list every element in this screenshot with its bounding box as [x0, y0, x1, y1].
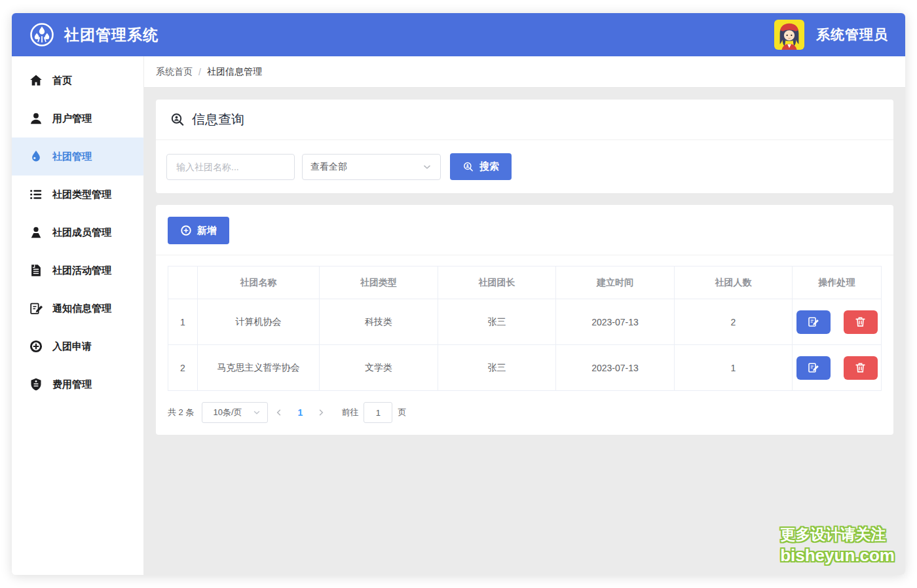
table-body: 1 计算机协会 科技类 张三 2023-07-13 2 [168, 299, 882, 391]
edit-button[interactable] [796, 310, 831, 334]
list-toolbar: 新增 [156, 205, 893, 255]
drop-icon [29, 149, 43, 164]
add-circle-plus-icon [180, 225, 192, 236]
next-page-button[interactable] [310, 402, 332, 423]
list-icon [29, 187, 43, 202]
club-type-select-value: 查看全部 [310, 161, 347, 173]
chevron-down-icon [252, 408, 261, 417]
user-icon [29, 111, 43, 126]
sidebar-item-notices[interactable]: 通知信息管理 [12, 289, 143, 327]
delete-button[interactable] [844, 310, 878, 334]
page-number-1[interactable]: 1 [290, 407, 310, 418]
cell-index: 2 [168, 345, 198, 391]
edit-icon [807, 316, 819, 328]
query-panel-header: 信息查询 [156, 100, 893, 140]
chevron-down-icon [422, 162, 432, 172]
search-row: 查看全部 [156, 140, 893, 193]
sidebar-item-label: 社团类型管理 [52, 189, 111, 201]
col-index [168, 266, 198, 299]
sidebar-item-club-activities[interactable]: 社团活动管理 [12, 251, 143, 289]
notice-edit-icon [29, 301, 43, 316]
table-row: 2 马克思主义哲学协会 文学类 张三 2023-07-13 1 [168, 345, 882, 391]
club-type-select[interactable]: 查看全部 [302, 154, 441, 180]
delete-button[interactable] [844, 356, 878, 380]
table-header-row: 社团名称 社团类型 社团团长 建立时间 社团人数 操作处理 [168, 266, 882, 299]
sidebar-item-label: 社团成员管理 [52, 227, 111, 239]
search-person-icon [170, 112, 185, 128]
search-button-label: 搜索 [479, 160, 499, 173]
goto-page-input[interactable] [364, 402, 392, 423]
sidebar-item-club-members[interactable]: 社团成员管理 [12, 213, 143, 251]
page-size-value: 10条/页 [213, 407, 242, 418]
breadcrumb: 系统首页 / 社团信息管理 [144, 56, 905, 88]
pagination: 共 2 条 10条/页 1 [168, 402, 882, 423]
member-icon [29, 225, 43, 240]
goto-page: 前往 页 [341, 402, 406, 423]
col-club-leader: 社团团长 [438, 266, 556, 299]
cell-created-date: 2023-07-13 [556, 299, 675, 345]
breadcrumb-home[interactable]: 系统首页 [156, 66, 193, 78]
sidebar-item-label: 通知信息管理 [52, 303, 111, 315]
sidebar-item-fees[interactable]: 费用管理 [12, 365, 143, 403]
trash-icon [854, 316, 867, 328]
cell-club-type: 文学类 [320, 345, 438, 391]
breadcrumb-current: 社团信息管理 [207, 66, 262, 78]
col-club-name: 社团名称 [198, 266, 320, 299]
home-icon [29, 73, 43, 88]
query-panel-title: 信息查询 [192, 111, 244, 128]
cell-actions [793, 345, 882, 391]
cell-club-leader: 张三 [438, 299, 556, 345]
screenshot-stage: 社团管理系统 系统管理员 [0, 0, 917, 588]
table-row: 1 计算机协会 科技类 张三 2023-07-13 2 [168, 299, 882, 345]
breadcrumb-separator: / [198, 67, 201, 77]
cell-member-count: 1 [675, 345, 793, 391]
sidebar: 首页 用户管理 社团管理 [12, 56, 144, 575]
col-created-date: 建立时间 [556, 266, 675, 299]
clubs-table: 社团名称 社团类型 社团团长 建立时间 社团人数 操作处理 1 计算机协 [168, 266, 882, 391]
add-button[interactable]: 新增 [168, 217, 229, 244]
add-button-label: 新增 [197, 225, 217, 237]
cell-created-date: 2023-07-13 [556, 345, 675, 391]
content-scroll: 信息查询 查看全部 [144, 88, 905, 575]
club-name-input[interactable] [166, 154, 295, 180]
col-actions: 操作处理 [793, 266, 882, 299]
user-name: 系统管理员 [816, 26, 888, 44]
app-window: 社团管理系统 系统管理员 [12, 13, 905, 575]
sidebar-item-home[interactable]: 首页 [12, 62, 143, 100]
cell-member-count: 2 [675, 299, 793, 345]
trash-icon [854, 361, 867, 374]
search-icon [462, 161, 474, 173]
col-club-type: 社团类型 [320, 266, 438, 299]
sidebar-item-label: 社团活动管理 [52, 265, 111, 277]
sidebar-item-join-requests[interactable]: 入团申请 [12, 327, 143, 365]
goto-label: 前往 [341, 407, 358, 418]
sidebar-item-label: 入团申请 [52, 340, 92, 353]
edit-icon [807, 361, 819, 374]
cell-club-name: 计算机协会 [198, 299, 320, 345]
header-user-area: 系统管理员 [774, 20, 888, 50]
sidebar-item-label: 首页 [52, 75, 72, 87]
user-avatar[interactable] [774, 20, 804, 50]
col-member-count: 社团人数 [675, 266, 793, 299]
sidebar-item-clubs[interactable]: 社团管理 [12, 138, 143, 175]
sidebar-item-label: 用户管理 [52, 113, 92, 125]
cell-index: 1 [168, 299, 198, 345]
cell-club-name: 马克思主义哲学协会 [198, 345, 320, 391]
search-button[interactable]: 搜索 [450, 153, 512, 180]
cell-club-type: 科技类 [320, 299, 438, 345]
page-size-select[interactable]: 10条/页 [202, 402, 268, 423]
shield-icon [29, 377, 43, 392]
cell-actions [793, 299, 882, 345]
circle-plus-icon [29, 339, 43, 354]
page-unit-label: 页 [398, 407, 406, 418]
edit-button[interactable] [796, 356, 831, 380]
main-content: 系统首页 / 社团信息管理 [144, 56, 905, 575]
prev-page-button[interactable] [268, 402, 290, 423]
app-logo-icon [29, 22, 55, 48]
sidebar-item-users[interactable]: 用户管理 [12, 100, 143, 138]
document-icon [29, 263, 43, 278]
table-wrap: 社团名称 社团类型 社团团长 建立时间 社团人数 操作处理 1 计算机协 [156, 255, 893, 435]
query-panel: 信息查询 查看全部 [156, 100, 893, 193]
sidebar-item-club-types[interactable]: 社团类型管理 [12, 175, 143, 213]
sidebar-item-label: 社团管理 [52, 151, 92, 163]
